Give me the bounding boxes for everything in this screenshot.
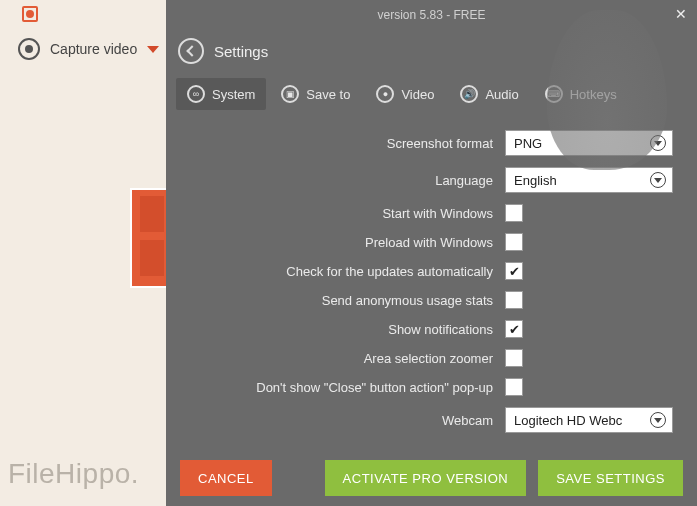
tab-label: System	[212, 87, 255, 102]
row-check-updates: Check for the updates automatically	[176, 262, 673, 280]
settings-panel: version 5.83 - FREE ✕ Settings ∞ System …	[166, 0, 697, 506]
start-windows-label: Start with Windows	[382, 206, 493, 221]
footer: CANCEL ACTIVATE PRO VERSION SAVE SETTING…	[166, 450, 697, 506]
app-icon	[22, 6, 38, 22]
folder-icon: ▣	[281, 85, 299, 103]
tab-label: Video	[401, 87, 434, 102]
dont-show-close-checkbox[interactable]	[505, 378, 523, 396]
select-value: PNG	[514, 136, 542, 151]
select-value: Logitech HD Webc	[514, 413, 622, 428]
record-widget	[130, 188, 170, 288]
version-text: version 5.83 - FREE	[377, 8, 485, 22]
row-usage-stats: Send anonymous usage stats	[176, 291, 673, 309]
speaker-icon: 🔊	[460, 85, 478, 103]
usage-stats-checkbox[interactable]	[505, 291, 523, 309]
record-icon: ●	[376, 85, 394, 103]
close-icon[interactable]: ✕	[675, 6, 687, 22]
sidebar: Capture video FileHippo.	[0, 0, 166, 506]
back-arrow-icon	[186, 45, 197, 56]
row-screenshot-format: Screenshot format PNG	[176, 130, 673, 156]
capture-label: Capture video	[50, 41, 137, 57]
back-button[interactable]	[178, 38, 204, 64]
settings-header: Settings	[166, 30, 697, 72]
tab-video[interactable]: ● Video	[365, 78, 445, 110]
usage-stats-label: Send anonymous usage stats	[322, 293, 493, 308]
capture-mode-selector[interactable]: Capture video	[18, 38, 159, 60]
show-notifications-label: Show notifications	[388, 322, 493, 337]
tab-label: Audio	[485, 87, 518, 102]
tab-label: Save to	[306, 87, 350, 102]
save-settings-button[interactable]: SAVE SETTINGS	[538, 460, 683, 496]
tab-system[interactable]: ∞ System	[176, 78, 266, 110]
language-label: Language	[435, 173, 493, 188]
select-value: English	[514, 173, 557, 188]
cancel-button[interactable]: CANCEL	[180, 460, 272, 496]
chevron-down-icon	[650, 412, 666, 428]
link-icon: ∞	[187, 85, 205, 103]
screenshot-format-select[interactable]: PNG	[505, 130, 673, 156]
language-select[interactable]: English	[505, 167, 673, 193]
chevron-down-icon	[650, 172, 666, 188]
tab-save-to[interactable]: ▣ Save to	[270, 78, 361, 110]
row-dont-show-close: Don't show "Close" button action" pop-up	[176, 378, 673, 396]
dont-show-close-label: Don't show "Close" button action" pop-up	[256, 380, 493, 395]
page-title: Settings	[214, 43, 268, 60]
row-start-with-windows: Start with Windows	[176, 204, 673, 222]
area-zoomer-label: Area selection zoomer	[364, 351, 493, 366]
activate-pro-button[interactable]: ACTIVATE PRO VERSION	[325, 460, 527, 496]
settings-tabs: ∞ System ▣ Save to ● Video 🔊 Audio ⌨ Hot…	[166, 72, 697, 116]
check-updates-label: Check for the updates automatically	[286, 264, 493, 279]
tab-hotkeys[interactable]: ⌨ Hotkeys	[534, 78, 628, 110]
tab-audio[interactable]: 🔊 Audio	[449, 78, 529, 110]
row-show-notifications: Show notifications	[176, 320, 673, 338]
check-updates-checkbox[interactable]	[505, 262, 523, 280]
keyboard-icon: ⌨	[545, 85, 563, 103]
settings-form: Screenshot format PNG Language English S…	[166, 116, 697, 448]
start-windows-checkbox[interactable]	[505, 204, 523, 222]
preload-windows-checkbox[interactable]	[505, 233, 523, 251]
webcam-select[interactable]: Logitech HD Webc	[505, 407, 673, 433]
row-language: Language English	[176, 167, 673, 193]
row-webcam: Webcam Logitech HD Webc	[176, 407, 673, 433]
chevron-down-icon	[650, 135, 666, 151]
titlebar: version 5.83 - FREE ✕	[166, 0, 697, 30]
screenshot-format-label: Screenshot format	[387, 136, 493, 151]
show-notifications-checkbox[interactable]	[505, 320, 523, 338]
tab-label: Hotkeys	[570, 87, 617, 102]
radio-icon	[18, 38, 40, 60]
watermark: FileHippo.	[8, 458, 139, 490]
area-zoomer-checkbox[interactable]	[505, 349, 523, 367]
webcam-label: Webcam	[442, 413, 493, 428]
row-preload-with-windows: Preload with Windows	[176, 233, 673, 251]
row-area-zoomer: Area selection zoomer	[176, 349, 673, 367]
preload-windows-label: Preload with Windows	[365, 235, 493, 250]
chevron-down-icon	[147, 46, 159, 53]
